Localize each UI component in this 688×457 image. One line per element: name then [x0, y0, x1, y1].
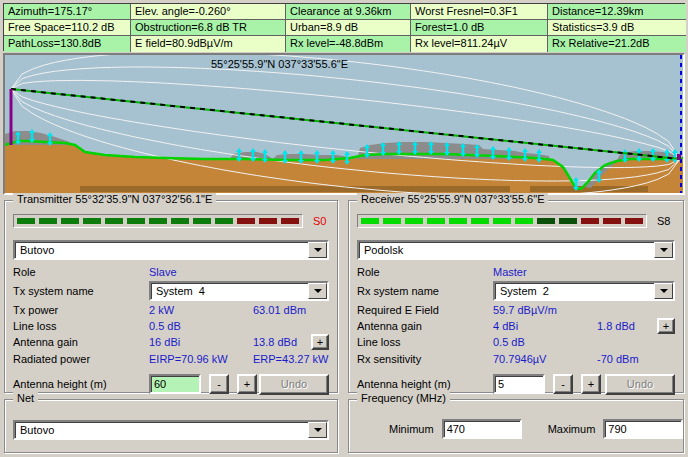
- link-stat-cell: Forest=1.0 dB: [411, 20, 548, 36]
- link-stats-table: Azimuth=175.17°Elev. angle=-0.260°Cleara…: [3, 3, 685, 51]
- tx-radiated-power-label: Radiated power: [13, 353, 149, 365]
- receiver-title: Receiver 55°25'55.9"N 037°33'55.6"E: [357, 193, 548, 205]
- link-stat-cell: Obstruction=6.8 dB TR: [131, 20, 286, 36]
- rx-antenna-gain-label: Antenna gain: [357, 320, 493, 332]
- rx-antenna-height-label: Antenna height (m): [357, 378, 493, 390]
- link-stat-cell: Rx level=811.24µV: [411, 36, 548, 52]
- rx-sensitivity-uv: 70.7946µV: [493, 353, 597, 365]
- meter-segment: [237, 218, 255, 224]
- chevron-down-icon: [314, 248, 322, 252]
- rx-signal-meter-row: S8: [357, 214, 675, 228]
- rx-gain-dbi: 4 dBi: [493, 320, 597, 332]
- rx-station-dropdown-button[interactable]: [654, 242, 673, 258]
- tx-height-increase-button[interactable]: +: [237, 374, 257, 394]
- tx-system-combo[interactable]: System 4: [149, 281, 329, 301]
- tx-gain-dbi: 16 dBi: [149, 336, 253, 348]
- frequency-title: Frequency (MHz): [357, 392, 450, 404]
- meter-segment: [259, 218, 277, 224]
- rx-sensitivity-dbm: -70 dBm: [597, 353, 675, 365]
- tx-antenna-height-label: Antenna height (m): [13, 378, 149, 390]
- meter-segment: [603, 218, 621, 224]
- meter-segment: [17, 218, 35, 224]
- tx-antenna-gain-plus-button[interactable]: +: [311, 334, 329, 350]
- tx-signal-meter-row: S0: [13, 214, 329, 228]
- rx-system-combo[interactable]: System 2: [493, 281, 675, 301]
- meter-segment: [215, 218, 233, 224]
- tx-erp-value: ERP=43.27 kW: [253, 353, 329, 365]
- meter-segment: [427, 218, 445, 224]
- meter-segment: [405, 218, 423, 224]
- rx-sensitivity-label: Rx sensitivity: [357, 353, 493, 365]
- meter-segment: [61, 218, 79, 224]
- tx-undo-button[interactable]: Undo: [259, 374, 329, 395]
- tx-signal-meter: [13, 214, 303, 228]
- meter-segment: [39, 218, 57, 224]
- rx-station-combo[interactable]: Podolsk: [357, 240, 675, 260]
- net-dropdown-button[interactable]: [308, 422, 327, 438]
- tx-role-label: Role: [13, 266, 149, 278]
- tx-height-decrease-button[interactable]: -: [209, 374, 229, 394]
- rx-line-loss-value: 0.5 dB: [493, 336, 597, 348]
- rx-undo-button[interactable]: Undo: [605, 374, 675, 395]
- link-stat-cell: Azimuth=175.17°: [4, 4, 131, 20]
- meter-segment: [281, 218, 299, 224]
- link-stat-cell: Worst Fresnel=0.3F1: [411, 4, 548, 20]
- tx-power-label: Tx power: [13, 304, 149, 316]
- rx-required-efield-value: 59.7 dBµV/m: [493, 304, 643, 316]
- meter-segment: [193, 218, 211, 224]
- frequency-minimum-input[interactable]: [442, 419, 522, 439]
- tx-power-dbm: 63.01 dBm: [253, 304, 329, 316]
- frequency-maximum-label: Maximum: [548, 423, 596, 435]
- tx-antenna-height-input[interactable]: [149, 374, 201, 394]
- tx-eirp-value: EIRP=70.96 kW: [149, 353, 253, 365]
- tx-station-dropdown-button[interactable]: [308, 242, 327, 258]
- path-profile-chart: 55°25'55.9"N 037°33'55.6"E: [3, 53, 685, 195]
- meter-segment: [471, 218, 489, 224]
- rx-system-dropdown-button[interactable]: [654, 283, 673, 299]
- rx-role-value: Master: [493, 266, 597, 278]
- net-title: Net: [13, 392, 38, 404]
- rx-required-efield-label: Required E Field: [357, 304, 493, 316]
- link-stat-cell: Urban=8.9 dB: [286, 20, 411, 36]
- profile-svg: [5, 55, 683, 193]
- chevron-down-icon: [314, 428, 322, 432]
- rx-role-label: Role: [357, 266, 493, 278]
- meter-segment: [171, 218, 189, 224]
- transmitter-title: Transmitter 55°32'35.9"N 037°32'56.1"E: [13, 193, 216, 205]
- meter-segment: [127, 218, 145, 224]
- meter-segment: [449, 218, 467, 224]
- link-stat-cell: Distance=12.39km: [548, 4, 686, 20]
- rx-rows: RoleMaster Rx system name System 2 Requi…: [349, 264, 683, 397]
- meter-segment: [83, 218, 101, 224]
- link-stat-cell: Elev. angle=-0.260°: [131, 4, 286, 20]
- rx-antenna-gain-plus-button[interactable]: +: [657, 318, 675, 334]
- tx-station-value: Butovo: [20, 244, 54, 256]
- link-stat-cell: Rx Relative=21.2dB: [548, 36, 686, 52]
- link-stat-cell: PathLoss=130.8dB: [4, 36, 131, 52]
- frequency-maximum-input[interactable]: [603, 419, 683, 439]
- rx-station-value: Podolsk: [364, 244, 403, 256]
- frequency-row: Minimum Maximum: [357, 419, 675, 439]
- net-combo[interactable]: Butovo: [13, 420, 329, 440]
- transmitter-panel: Transmitter 55°32'35.9"N 037°32'56.1"E S…: [4, 200, 338, 393]
- tx-line-loss-label: Line loss: [13, 320, 149, 332]
- frequency-panel: Frequency (MHz) Minimum Maximum: [348, 399, 684, 453]
- receiver-coordinates-label: 55°25'55.9"N 037°33'55.6"E: [211, 58, 348, 70]
- rx-antenna-height-input[interactable]: [493, 374, 545, 394]
- tx-line-loss-value: 0.5 dB: [149, 320, 253, 332]
- frequency-minimum-label: Minimum: [389, 423, 434, 435]
- rx-height-decrease-button[interactable]: -: [553, 374, 573, 394]
- tx-station-combo[interactable]: Butovo: [13, 240, 329, 260]
- rx-signal-meter: [357, 214, 647, 228]
- meter-segment: [105, 218, 123, 224]
- rx-line-loss-label: Line loss: [357, 336, 493, 348]
- link-stat-cell: Free Space=110.2 dB: [4, 20, 131, 36]
- tx-role-value: Slave: [149, 266, 253, 278]
- rx-height-increase-button[interactable]: +: [581, 374, 601, 394]
- link-stat-cell: E field=80.9dBµV/m: [131, 36, 286, 52]
- rx-signal-level-label: S8: [657, 215, 670, 227]
- chevron-down-icon: [660, 289, 668, 293]
- meter-segment: [493, 218, 511, 224]
- tx-system-dropdown-button[interactable]: [308, 283, 327, 299]
- chevron-down-icon: [660, 248, 668, 252]
